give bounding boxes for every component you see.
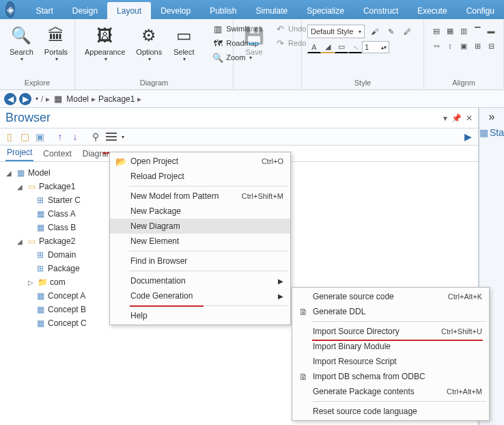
- fill-color-button[interactable]: ◢: [321, 41, 335, 53]
- undo-button[interactable]: ↶Undo: [272, 22, 309, 36]
- menu-import-resource[interactable]: Import Resource Script: [292, 354, 489, 369]
- diagram-icon: ⊞: [35, 195, 46, 205]
- menu-new-element[interactable]: New Element: [110, 234, 290, 249]
- tab-start[interactable]: Start: [26, 2, 62, 19]
- nav-back-button[interactable]: ◀: [4, 93, 16, 105]
- menu-import-db[interactable]: 🗎Import DB schema from ODBC: [292, 369, 489, 384]
- move-down-button[interactable]: ↓: [68, 130, 82, 143]
- menu-reload-project[interactable]: Reload Project: [110, 169, 290, 184]
- expand-icon[interactable]: »: [489, 111, 495, 123]
- tab-specialize[interactable]: Specialize: [297, 2, 354, 19]
- tab-develop[interactable]: Develop: [151, 2, 200, 19]
- ribbon: 🔍 Search ▾ 🏛 Portals ▾ Explore 🖼 Appeara…: [0, 19, 504, 90]
- menu-code-generation[interactable]: Code Generation▶: [110, 288, 290, 303]
- menu-new-model[interactable]: New Model from PatternCtrl+Shift+M: [110, 189, 290, 204]
- options-icon: ⚙: [138, 25, 160, 46]
- align-middle-button[interactable]: ▬: [484, 25, 498, 37]
- save-button[interactable]: 💾 Save: [239, 22, 269, 59]
- menu-find-browser[interactable]: Find in Browser: [110, 253, 290, 269]
- snap-button[interactable]: ⊟: [484, 40, 498, 52]
- distribute-h-button[interactable]: ⇿: [430, 40, 443, 52]
- tab-design[interactable]: Design: [63, 2, 107, 19]
- new-element-button[interactable]: ▣: [33, 130, 46, 143]
- align-top-button[interactable]: ▔: [471, 25, 484, 37]
- history-dropdown[interactable]: ▾: [36, 96, 38, 102]
- line-color-button[interactable]: ▭: [335, 41, 348, 53]
- code-generation-submenu: Generate source codeCtrl+Alt+K 🗎Generate…: [292, 287, 490, 421]
- search-button[interactable]: 🔍 Search ▾: [5, 22, 38, 65]
- tab-layout[interactable]: Layout: [107, 2, 151, 19]
- new-diagram-button[interactable]: ▢: [18, 130, 31, 143]
- roadmap-icon: 🗺: [212, 38, 223, 49]
- tab-construct[interactable]: Construct: [354, 2, 408, 19]
- redo-button[interactable]: ↷Redo: [272, 36, 309, 50]
- move-up-button[interactable]: ↑: [53, 130, 67, 143]
- panel-menu-button[interactable]: ▾: [443, 113, 447, 123]
- redo-icon: ↷: [275, 38, 285, 49]
- menu-generate-package[interactable]: Generate Package contentsCtrl+Alt+M: [292, 384, 489, 399]
- start-panel-tab[interactable]: ▦Sta: [479, 127, 504, 138]
- portals-icon: 🏛: [45, 25, 67, 46]
- submenu-arrow-icon: ▶: [266, 292, 283, 300]
- pin-icon[interactable]: 📌: [451, 113, 462, 123]
- tab-context[interactable]: Context: [42, 146, 72, 161]
- distribute-v-button[interactable]: ↕: [443, 40, 457, 52]
- model-icon: ▦: [53, 94, 64, 105]
- appearance-button[interactable]: 🖼 Appearance ▾: [81, 22, 129, 65]
- filter-button[interactable]: ⚲: [89, 130, 102, 143]
- highlight-marker: [130, 305, 204, 307]
- chevron-down-icon: ▾: [104, 56, 107, 62]
- main-tabs: ◈ Start Design Layout Develop Publish Si…: [0, 0, 504, 19]
- collapse-button[interactable]: ▶: [462, 130, 475, 143]
- tab-publish[interactable]: Publish: [200, 2, 246, 19]
- space-button[interactable]: ⊞: [471, 40, 484, 52]
- connector-color-button[interactable]: ⟍: [348, 41, 362, 53]
- hamburger-menu-button[interactable]: [104, 130, 119, 143]
- tab-simulate[interactable]: Simulate: [247, 2, 298, 19]
- tab-project[interactable]: Project: [5, 145, 33, 161]
- new-package-button[interactable]: ▯: [3, 130, 16, 143]
- font-color-button[interactable]: A: [307, 41, 321, 53]
- app-logo-icon[interactable]: ◈: [5, 1, 15, 18]
- align-left-button[interactable]: ▤: [430, 25, 443, 37]
- style-tool-button[interactable]: 🖉: [400, 25, 414, 38]
- menu-import-binary[interactable]: Import Binary Module: [292, 339, 489, 354]
- menu-new-package[interactable]: New Package: [110, 204, 290, 219]
- hamburger-context-menu: 📂Open ProjectCtrl+O Reload Project New M…: [109, 152, 291, 325]
- chevron-down-icon[interactable]: ▾: [122, 134, 124, 140]
- paint-button[interactable]: 🖌: [367, 25, 381, 38]
- tab-execute[interactable]: Execute: [408, 2, 456, 19]
- package-icon: ▭: [26, 182, 37, 191]
- breadcrumb[interactable]: /▸ ▦Model▸ Package1▸: [41, 94, 141, 105]
- select-icon: ▭: [173, 25, 195, 46]
- menu-help[interactable]: Help: [110, 308, 290, 323]
- portals-label: Portals: [44, 48, 68, 56]
- group-diagram-label: Diagram: [81, 77, 227, 88]
- folder-icon: 📁: [37, 277, 48, 287]
- align-center-button[interactable]: ▦: [443, 25, 457, 37]
- same-size-button[interactable]: ▣: [457, 40, 471, 52]
- menu-import-source-dir[interactable]: Import Source DirectoryCtrl+Shift+U: [292, 324, 489, 339]
- model-icon: ▦: [15, 168, 26, 178]
- class-icon: ▦: [35, 209, 46, 219]
- close-icon[interactable]: ✕: [466, 113, 473, 123]
- style-dropdown[interactable]: Default Style▾: [307, 25, 365, 38]
- tab-configure[interactable]: Configu: [457, 2, 504, 19]
- menu-generate-ddl[interactable]: 🗎Generate DDL: [292, 304, 489, 319]
- breadcrumb-root[interactable]: Model: [66, 94, 89, 104]
- menu-generate-source[interactable]: Generate source codeCtrl+Alt+K: [292, 289, 489, 304]
- menu-documentation[interactable]: Documentation▶: [110, 273, 290, 288]
- select-button[interactable]: ▭ Select ▾: [169, 22, 199, 65]
- format-painter-button[interactable]: ✎: [384, 25, 397, 38]
- align-right-button[interactable]: ▥: [457, 25, 471, 37]
- chevron-down-icon: ▾: [148, 56, 151, 62]
- menu-new-diagram[interactable]: New Diagram: [110, 219, 290, 234]
- portals-button[interactable]: 🏛 Portals ▾: [40, 22, 72, 65]
- nav-forward-button[interactable]: ▶: [19, 93, 31, 105]
- options-button[interactable]: ⚙ Options ▾: [132, 22, 166, 65]
- menu-open-project[interactable]: 📂Open ProjectCtrl+O: [110, 154, 290, 169]
- menu-reset-language[interactable]: Reset source code language: [292, 404, 489, 419]
- line-width-input[interactable]: 1▴▾: [362, 41, 389, 53]
- breadcrumb-package[interactable]: Package1: [98, 94, 135, 104]
- search-icon: 🔍: [10, 25, 32, 46]
